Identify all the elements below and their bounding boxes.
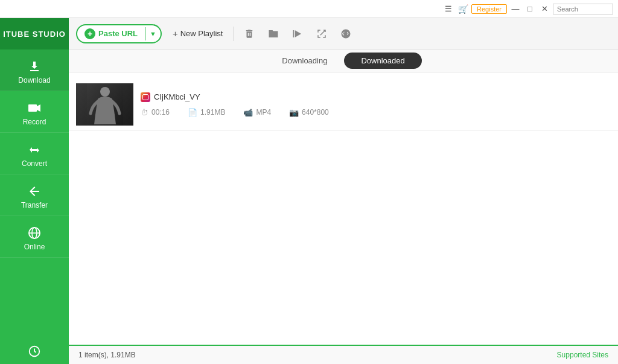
move-button[interactable]: [313, 26, 331, 42]
convert-icon: [27, 142, 42, 157]
maximize-icon[interactable]: □: [524, 3, 536, 15]
register-button[interactable]: Register: [471, 4, 507, 14]
sidebar-nav: Download Record Convert: [0, 49, 69, 339]
main-layout: ITUBE STUDIO Download Record: [0, 18, 618, 364]
file-info: CIjKMbci_VY ⏱ 00:16 📄 1.91MB 📹: [141, 92, 611, 117]
svg-point-8: [345, 33, 347, 34]
transfer-icon: [27, 184, 42, 199]
file-meta-row: ⏱ 00:16 📄 1.91MB 📹 MP4 📷: [141, 108, 611, 117]
format-value: MP4: [256, 108, 271, 117]
online-icon: [27, 226, 42, 240]
duration-value: 00:16: [151, 108, 170, 117]
thumbnail-image: [76, 83, 133, 126]
tab-bar: Downloading Downloaded: [69, 49, 618, 72]
paste-url-dropdown-arrow[interactable]: ▼: [145, 27, 161, 40]
toolbar: + Paste URL ▼ + New Playlist: [69, 18, 618, 49]
record-icon: [27, 101, 42, 115]
supported-sites-link[interactable]: Supported Sites: [557, 351, 608, 359]
cart-icon[interactable]: 🛒: [457, 3, 469, 15]
file-resolution: 📷 640*800: [289, 108, 329, 117]
svg-point-11: [100, 87, 110, 97]
paste-url-label: Paste URL: [98, 29, 138, 38]
tab-downloaded[interactable]: Downloaded: [344, 53, 421, 69]
paste-url-button[interactable]: + Paste URL ▼: [76, 24, 162, 43]
close-icon[interactable]: ✕: [538, 3, 550, 15]
items-count: 1 item(s), 1.91MB: [78, 351, 136, 359]
file-format: 📹 MP4: [243, 108, 271, 117]
sidebar-item-transfer-label: Transfer: [21, 201, 48, 209]
sidebar-item-download[interactable]: Download: [0, 49, 69, 91]
format-meta-icon: 📹: [243, 108, 253, 117]
sidebar-item-convert-label: Convert: [22, 159, 47, 168]
new-playlist-label: New Playlist: [180, 29, 223, 38]
file-thumbnail: [76, 83, 133, 126]
resolution-value: 640*800: [302, 108, 329, 117]
play-button[interactable]: [288, 26, 307, 42]
sidebar-item-transfer[interactable]: Transfer: [0, 174, 69, 216]
content-area: + Paste URL ▼ + New Playlist: [69, 18, 618, 364]
search-input[interactable]: [553, 4, 613, 14]
sidebar: ITUBE STUDIO Download Record: [0, 18, 69, 364]
app-logo: ITUBE STUDIO: [0, 18, 69, 49]
toolbar-separator-1: [234, 27, 234, 41]
file-title: CIjKMbci_VY: [154, 92, 200, 101]
title-bar: ☰ 🛒 Register — □ ✕: [0, 0, 618, 18]
title-bar-icons: ☰ 🛒 Register — □ ✕: [442, 3, 613, 15]
sidebar-item-online-label: Online: [24, 243, 45, 251]
size-value: 1.91MB: [200, 108, 225, 117]
new-playlist-plus-icon: +: [173, 28, 178, 39]
file-duration: ⏱ 00:16: [141, 108, 170, 117]
paste-url-main[interactable]: + Paste URL: [77, 25, 145, 42]
new-playlist-button[interactable]: + New Playlist: [168, 25, 228, 42]
instagram-icon: [141, 92, 150, 102]
settings-button[interactable]: [337, 26, 355, 42]
svg-rect-0: [28, 104, 37, 112]
svg-marker-1: [37, 104, 40, 112]
sidebar-item-online[interactable]: Online: [0, 216, 69, 258]
file-list: CIjKMbci_VY ⏱ 00:16 📄 1.91MB 📹: [69, 72, 618, 345]
file-size: 📄 1.91MB: [188, 108, 225, 117]
resolution-meta-icon: 📷: [289, 108, 299, 117]
status-bar: 1 item(s), 1.91MB Supported Sites: [69, 345, 618, 364]
tab-downloading[interactable]: Downloading: [265, 51, 344, 70]
plus-icon: +: [84, 28, 95, 39]
file-meta-icon: 📄: [188, 108, 197, 117]
clock-icon[interactable]: [28, 339, 41, 364]
clock-meta-icon: ⏱: [141, 108, 148, 117]
minimize-icon[interactable]: —: [509, 3, 521, 15]
folder-button[interactable]: [264, 26, 282, 42]
sidebar-item-convert[interactable]: Convert: [0, 133, 69, 174]
sidebar-item-record[interactable]: Record: [0, 91, 69, 133]
download-icon: [27, 59, 42, 74]
file-title-row: CIjKMbci_VY: [141, 92, 611, 102]
svg-line-7: [34, 351, 36, 353]
delete-button[interactable]: [240, 26, 258, 42]
table-row[interactable]: CIjKMbci_VY ⏱ 00:16 📄 1.91MB 📹: [69, 78, 618, 131]
sidebar-item-download-label: Download: [18, 76, 50, 85]
sidebar-item-record-label: Record: [23, 118, 46, 126]
menu-icon[interactable]: ☰: [442, 3, 454, 15]
